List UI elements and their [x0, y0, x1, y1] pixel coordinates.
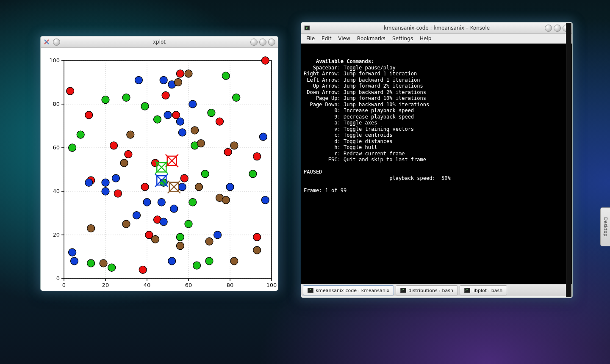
- menu-settings[interactable]: Settings: [389, 35, 416, 42]
- konsole-window: > kmeansanix-code : kmeansanix – Konsole…: [301, 22, 573, 298]
- data-point: [141, 102, 149, 110]
- xplot-shade-button[interactable]: [53, 39, 60, 46]
- data-point: [197, 140, 205, 147]
- data-point: [114, 190, 122, 197]
- data-point: [180, 174, 188, 182]
- data-point: [185, 70, 192, 77]
- konsole-title: kmeansanix-code : kmeansanix – Konsole: [301, 25, 572, 31]
- data-point: [205, 237, 213, 245]
- svg-text:0: 0: [62, 282, 66, 288]
- data-point: [193, 262, 201, 269]
- data-point: [158, 199, 165, 206]
- svg-text:60: 60: [185, 282, 192, 288]
- svg-text:>: >: [305, 26, 308, 30]
- xplot-app-icon: [43, 39, 50, 45]
- data-point: [178, 183, 186, 191]
- data-point: [87, 225, 95, 232]
- menu-help[interactable]: Help: [416, 35, 435, 42]
- desktop-background: xplot 020406080100020406080100 > kmeansa…: [0, 0, 610, 364]
- data-point: [152, 235, 159, 243]
- menu-view[interactable]: View: [335, 35, 353, 42]
- xplot-maximize-button[interactable]: [259, 39, 266, 46]
- data-point: [102, 188, 109, 195]
- terminal-icon: [308, 288, 313, 293]
- data-point: [141, 183, 149, 191]
- data-point: [191, 127, 199, 134]
- data-point: [67, 87, 74, 95]
- data-point: [261, 196, 269, 204]
- data-point: [176, 118, 184, 125]
- data-point: [230, 257, 238, 265]
- data-point: [189, 100, 197, 108]
- data-point: [160, 76, 167, 84]
- data-point: [195, 183, 203, 191]
- data-point: [233, 94, 240, 102]
- data-point: [87, 259, 95, 267]
- svg-text:20: 20: [102, 282, 109, 288]
- terminal-scrollbar[interactable]: [566, 44, 571, 284]
- data-point: [102, 96, 109, 104]
- svg-text:80: 80: [53, 101, 60, 107]
- svg-text:100: 100: [49, 57, 60, 63]
- konsole-tab-label: kmeansanix-code : kmeansanix: [316, 288, 389, 293]
- konsole-maximize-button[interactable]: [554, 25, 561, 32]
- xplot-window: xplot 020406080100020406080100: [40, 36, 278, 291]
- data-point: [127, 131, 134, 138]
- data-point: [154, 116, 161, 123]
- konsole-tab-1[interactable]: distributions : bash: [396, 285, 458, 295]
- data-point: [112, 174, 120, 182]
- data-point: [108, 264, 116, 271]
- data-point: [249, 170, 257, 178]
- konsole-tab-2[interactable]: libplot : bash: [460, 285, 507, 295]
- scatter-plot: 020406080100020406080100: [41, 48, 278, 291]
- data-point: [176, 233, 184, 241]
- xplot-canvas: 020406080100020406080100: [41, 48, 278, 291]
- menu-edit[interactable]: Edit: [318, 35, 335, 42]
- data-point: [172, 111, 180, 119]
- data-point: [185, 220, 192, 228]
- data-point: [230, 142, 238, 149]
- desktop-pager-tab[interactable]: Desktop: [600, 207, 610, 246]
- svg-text:60: 60: [53, 144, 60, 151]
- terminal-icon: [400, 288, 406, 293]
- konsole-tabbar: kmeansanix-code : kmeansanixdistribution…: [301, 284, 572, 296]
- data-point: [143, 199, 151, 206]
- konsole-menubar: File Edit View Bookmarks Settings Help: [301, 34, 572, 44]
- data-point: [208, 109, 215, 117]
- data-point: [201, 170, 209, 178]
- terminal-output[interactable]: Available Commands: Spacebar: Toggle pau…: [301, 44, 572, 284]
- data-point: [176, 242, 184, 250]
- konsole-tab-0[interactable]: kmeansanix-code : kmeansanix: [303, 285, 394, 295]
- xplot-title: xplot: [41, 39, 278, 45]
- data-point: [222, 72, 230, 80]
- data-point: [222, 196, 230, 204]
- xplot-titlebar[interactable]: xplot: [41, 36, 278, 48]
- data-point: [135, 76, 142, 84]
- data-point: [175, 79, 182, 86]
- data-point: [125, 150, 132, 158]
- svg-text:100: 100: [266, 282, 277, 288]
- data-point: [122, 94, 130, 102]
- data-point: [110, 142, 118, 149]
- menu-bookmarks[interactable]: Bookmarks: [354, 35, 389, 42]
- data-point: [259, 133, 267, 141]
- data-point: [216, 118, 224, 125]
- data-point: [71, 257, 78, 265]
- xplot-close-button[interactable]: [268, 39, 275, 46]
- xplot-minimize-button[interactable]: [250, 39, 258, 46]
- data-point: [253, 246, 261, 254]
- konsole-tab-label: distributions : bash: [408, 288, 453, 293]
- terminal-body: Spacebar: Toggle pause/play Right Arrow:…: [304, 65, 451, 193]
- data-point: [164, 111, 172, 119]
- svg-text:20: 20: [53, 232, 60, 238]
- data-point: [85, 111, 93, 119]
- data-point: [168, 257, 176, 265]
- konsole-titlebar[interactable]: > kmeansanix-code : kmeansanix – Konsole: [301, 22, 572, 34]
- konsole-minimize-button[interactable]: [545, 25, 552, 32]
- data-point: [226, 183, 234, 191]
- data-point: [253, 233, 261, 241]
- data-point: [77, 131, 84, 138]
- data-point: [170, 205, 178, 212]
- data-point: [261, 57, 269, 64]
- menu-file[interactable]: File: [303, 35, 318, 42]
